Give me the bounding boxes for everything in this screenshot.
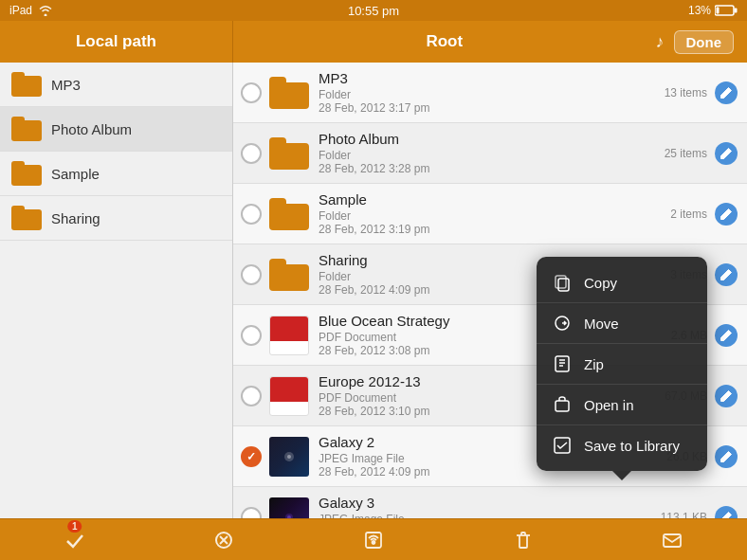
status-left: iPad [9,4,53,17]
sidebar-label-sharing: Sharing [51,210,100,226]
toolbar-wifi-btn[interactable] [348,526,399,554]
svg-rect-8 [556,276,566,288]
header-actions: ♪ Done [656,21,748,63]
table-row[interactable]: Photo Album Folder28 Feb, 2012 3:28 pm 2… [233,123,747,184]
svg-point-4 [287,455,291,459]
wifi-toolbar-icon [363,530,384,551]
radio-mp3[interactable] [241,82,262,103]
folder-thumb-photoalbum [269,137,309,170]
edit-button[interactable] [715,506,738,519]
ipad-label: iPad [9,4,32,17]
sidebar-item-sample[interactable]: Sample [0,152,232,196]
file-info-photoalbum: Photo Album Folder28 Feb, 2012 3:28 pm [319,131,657,175]
table-row[interactable]: MP3 Folder28 Feb, 2012 3:17 pm 13 items [233,63,747,123]
edit-button[interactable] [715,445,738,468]
trash-icon [513,530,534,551]
file-info-sample: Sample Folder28 Feb, 2012 3:19 pm [319,191,663,236]
header-root: Root [233,21,656,63]
context-menu-save[interactable]: Save to Library [537,425,707,465]
toolbar-mail-btn[interactable] [647,526,698,554]
sidebar: MP3 Photo Album Sample Sharing [0,63,233,518]
folder-icon [11,72,42,97]
table-row[interactable]: Galaxy 3 JPEG Image File28 Feb, 2012 4:0… [233,487,747,518]
file-list: MP3 Folder28 Feb, 2012 3:17 pm 13 items … [233,63,747,518]
mail-icon [662,530,683,551]
sidebar-item-photoalbum[interactable]: Photo Album [0,107,232,152]
context-menu-move[interactable]: Move [537,302,707,343]
open-in-label: Open in [584,397,634,413]
sidebar-item-sharing[interactable]: Sharing [0,196,232,241]
zip-label: Zip [584,356,604,372]
sidebar-label-mp3: MP3 [51,77,81,93]
img-thumb-galaxy3 [269,497,309,519]
svg-rect-14 [556,401,569,411]
radio-europe[interactable] [241,386,262,406]
radio-photoalbum[interactable] [241,143,262,164]
radio-blueoce[interactable] [241,325,262,346]
radio-galaxy2[interactable] [241,446,262,467]
folder-icon [11,161,42,186]
svg-rect-19 [366,533,381,548]
header-local-path: Local path [0,21,233,63]
file-size: 13 items [665,86,707,99]
done-button[interactable]: Done [674,30,735,54]
svg-rect-15 [555,438,570,453]
folder-icon [11,117,42,141]
radio-sharing[interactable] [241,264,262,285]
wifi-icon [38,5,53,16]
radio-galaxy3[interactable] [241,507,262,519]
edit-button[interactable] [715,263,738,286]
file-name: Galaxy 3 [319,495,653,511]
folder-thumb-sharing [269,259,309,291]
table-row[interactable]: Sample Folder28 Feb, 2012 3:19 pm 2 item… [233,184,747,244]
file-name: MP3 [319,70,657,86]
svg-point-20 [372,541,374,544]
folder-icon [11,206,42,230]
edit-button[interactable] [715,81,738,104]
sidebar-title: Local path [76,32,156,51]
file-size: 113.1 KB [661,511,707,519]
img-thumb-galaxy2 [269,437,309,477]
badge-count: 1 [67,520,82,533]
file-info-mp3: MP3 Folder28 Feb, 2012 3:17 pm [319,70,657,115]
file-size: 25 items [665,147,707,160]
file-meta: Folder28 Feb, 2012 3:19 pm [319,209,663,236]
sidebar-label-photoalbum: Photo Album [51,121,132,137]
sidebar-item-mp3[interactable]: MP3 [0,63,232,107]
save-library-icon [552,435,573,456]
svg-rect-2 [717,8,720,14]
file-name: Photo Album [319,131,657,147]
battery-icon [715,5,738,16]
status-bar: iPad 10:55 pm 13% [0,0,747,21]
toolbar-trash-btn[interactable] [498,526,549,554]
main-content: MP3 Photo Album Sample Sharing MP3 Folde… [0,63,747,518]
move-icon [552,313,573,334]
pdf-thumb-europe: PDF [269,376,309,416]
save-library-label: Save to Library [584,438,680,454]
file-info-galaxy3: Galaxy 3 JPEG Image File28 Feb, 2012 4:0… [319,495,653,518]
edit-button[interactable] [715,385,738,407]
context-menu-copy[interactable]: Copy [537,262,707,302]
context-menu: Copy Move Zip [537,257,707,471]
copy-label: Copy [584,275,617,291]
svg-rect-7 [558,279,569,291]
toolbar-checkmark-btn[interactable]: 1 [49,526,100,554]
context-menu-openin[interactable]: Open in [537,384,707,425]
context-menu-zip[interactable]: Zip [537,343,707,384]
file-meta: Folder28 Feb, 2012 3:28 pm [319,149,657,175]
svg-rect-1 [735,9,738,13]
edit-button[interactable] [715,203,738,226]
battery-pct: 13% [688,4,711,17]
header: Local path Root ♪ Done [0,21,747,63]
radio-sample[interactable] [241,204,262,225]
edit-button[interactable] [715,324,738,347]
edit-button[interactable] [715,142,738,165]
move-label: Move [584,316,619,332]
status-time: 10:55 pm [348,4,399,18]
svg-rect-21 [664,534,681,547]
open-in-icon [552,394,573,415]
file-size: 2 items [670,208,707,221]
main-title: Root [426,32,463,51]
zip-icon [552,353,573,374]
toolbar-cancel-btn[interactable] [198,526,249,554]
